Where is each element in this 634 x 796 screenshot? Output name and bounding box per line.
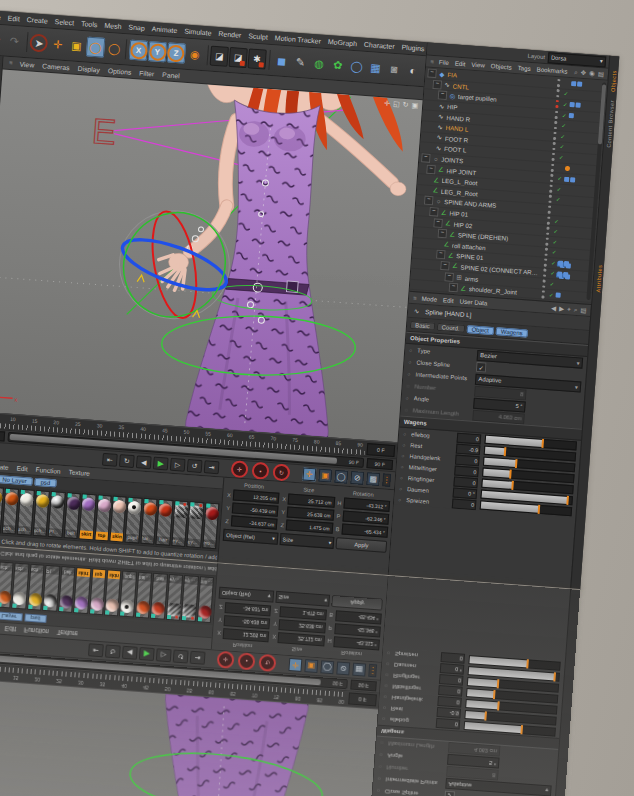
range-start-field[interactable]: 0 F <box>0 430 5 442</box>
tab-object[interactable]: Object <box>466 325 494 335</box>
am-menu-edit[interactable]: Edit <box>443 296 454 304</box>
visibility-dots[interactable] <box>545 205 554 214</box>
vertical-tab-objects[interactable]: Objects <box>609 70 617 92</box>
spline-circle-icon[interactable]: ◯ <box>347 56 366 77</box>
pan-icon[interactable]: ✛ <box>384 99 390 107</box>
vp-menu-options[interactable]: Options <box>108 67 132 76</box>
expand-icon[interactable]: − <box>429 207 439 217</box>
play-button[interactable]: ▶ <box>153 456 169 470</box>
om-menu-edit[interactable]: Edit <box>455 59 466 67</box>
render-picture-viewer-icon[interactable]: ◪ <box>229 47 248 68</box>
anim-dot[interactable]: ○ <box>406 395 412 401</box>
visibility-dots[interactable] <box>545 195 554 204</box>
visibility-dots[interactable] <box>540 269 549 278</box>
burger-icon[interactable]: ▤ <box>580 306 587 314</box>
tag-icon[interactable] <box>565 166 570 171</box>
render-settings-icon[interactable]: ✱ <box>247 48 266 69</box>
expand-icon[interactable]: − <box>427 69 437 79</box>
menu-mograph[interactable]: MoGraph <box>328 38 358 47</box>
tag-icon[interactable] <box>571 81 576 86</box>
next-frame-button[interactable]: ▷ <box>170 458 186 472</box>
tag-cluster-icon[interactable] <box>563 272 568 277</box>
am-menu-mode[interactable]: Mode <box>421 295 437 303</box>
menu-mesh[interactable]: Mesh <box>104 22 122 30</box>
visibility-dots[interactable] <box>544 216 553 225</box>
record-scale-button[interactable]: ▪ <box>251 462 269 480</box>
menu-file[interactable]: File <box>0 13 1 21</box>
coords-size-dropdown[interactable]: Size▾ <box>279 533 334 549</box>
orbit-icon[interactable]: ↻ <box>402 101 408 109</box>
render-view-icon[interactable]: ◪ <box>210 46 229 67</box>
keyframe-selection-button[interactable]: ▣ <box>318 469 332 483</box>
light-icon[interactable]: ◐ <box>403 60 422 81</box>
viewport-3d[interactable]: ✛ ◱ ↻ ▣ <box>0 69 423 442</box>
coords-mode-dropdown[interactable]: Object (Rel)▾ <box>223 529 278 545</box>
visibility-dots[interactable] <box>552 110 561 119</box>
visibility-dots[interactable] <box>541 258 550 267</box>
burger-icon[interactable]: ▤ <box>598 69 605 77</box>
tag-icon[interactable] <box>577 82 582 87</box>
expand-icon[interactable]: − <box>421 153 431 163</box>
visibility-dots[interactable] <box>546 184 555 193</box>
am-menu-user-data[interactable]: User Data <box>459 297 487 306</box>
forward-icon[interactable]: ▶ <box>559 304 565 312</box>
autokey-button[interactable]: ✛ <box>302 467 316 481</box>
expand-icon[interactable]: − <box>444 272 454 282</box>
redo-icon[interactable]: ↷ <box>5 31 24 52</box>
close-spline-checkbox[interactable]: ✓ <box>476 362 487 373</box>
anim-dot[interactable]: ○ <box>407 371 413 377</box>
lock-x-icon[interactable]: X <box>129 40 148 61</box>
record-rotation-button[interactable]: ↻ <box>272 463 290 481</box>
tag-icon[interactable] <box>564 176 569 181</box>
pin-icon[interactable]: ⌖ <box>567 305 571 313</box>
expand-icon[interactable]: − <box>436 250 446 260</box>
expand-icon[interactable]: − <box>432 80 442 90</box>
filter-icon[interactable]: ◉ <box>589 69 595 77</box>
tag-icon[interactable] <box>575 103 580 108</box>
range-end-field[interactable]: 90 F <box>366 458 393 470</box>
expand-icon[interactable]: − <box>433 218 443 228</box>
visibility-dots[interactable] <box>539 279 548 288</box>
visibility-dots[interactable] <box>547 174 556 183</box>
tag-icon[interactable] <box>555 293 560 298</box>
zoom-icon[interactable]: ◱ <box>393 100 400 108</box>
mat-menu-edit[interactable]: Edit <box>16 464 28 472</box>
vp-menu-panel[interactable]: Panel <box>162 71 180 79</box>
maximize-icon[interactable]: ▣ <box>411 101 418 109</box>
menu-render[interactable]: Render <box>218 30 241 39</box>
anim-dot[interactable]: ○ <box>398 496 404 502</box>
lock-z-icon[interactable]: Z <box>167 42 186 63</box>
tag-cluster-icon[interactable] <box>558 261 563 266</box>
move-panel-icon[interactable]: ✥ <box>580 68 586 76</box>
anim-dot[interactable]: ○ <box>401 452 407 458</box>
search-icon[interactable]: ⌕ <box>574 305 578 313</box>
visibility-dots[interactable] <box>551 121 560 130</box>
keying-grid-button[interactable]: ▦ <box>366 472 380 486</box>
anim-dot[interactable]: ○ <box>402 441 408 447</box>
tab-coord[interactable]: Coord. <box>436 322 465 332</box>
coord-system-icon[interactable]: ◉ <box>185 44 204 65</box>
rotation-p-field[interactable]: -62.346 ° <box>342 510 389 524</box>
vp-menu-cameras[interactable]: Cameras <box>42 62 70 71</box>
mat-tab-psd[interactable]: psd <box>34 478 56 488</box>
visibility-dots[interactable] <box>550 131 559 140</box>
tab-wagens[interactable]: Wagens <box>496 327 528 337</box>
move-icon[interactable]: ✛ <box>48 34 67 55</box>
menu-motion-tracker[interactable]: Motion Tracker <box>275 34 322 44</box>
position-z-field[interactable]: -34.637 cm <box>231 515 278 529</box>
vertical-tab-content-browser[interactable]: Content Browser <box>605 100 614 148</box>
play-reverse-button[interactable]: ↻ <box>119 454 135 468</box>
om-menu-file[interactable]: File <box>439 58 449 66</box>
vp-menu-display[interactable]: Display <box>77 64 100 73</box>
current-frame-field[interactable]: 0 F <box>366 443 395 457</box>
mat-menu-function[interactable]: Function <box>35 466 60 475</box>
size-z-field[interactable]: 1.475 cm <box>286 519 333 533</box>
add-cube-icon[interactable]: ◼ <box>272 50 291 71</box>
anim-dot[interactable]: ○ <box>400 463 406 469</box>
apply-button[interactable]: Apply <box>336 537 387 553</box>
spline-pen-icon[interactable]: ✎ <box>291 52 310 73</box>
mat-menu-create[interactable]: Create <box>0 462 9 470</box>
anim-dot[interactable]: ○ <box>408 359 414 365</box>
vp-menu-view[interactable]: View <box>19 60 34 68</box>
mat-menu-texture[interactable]: Texture <box>68 468 90 477</box>
